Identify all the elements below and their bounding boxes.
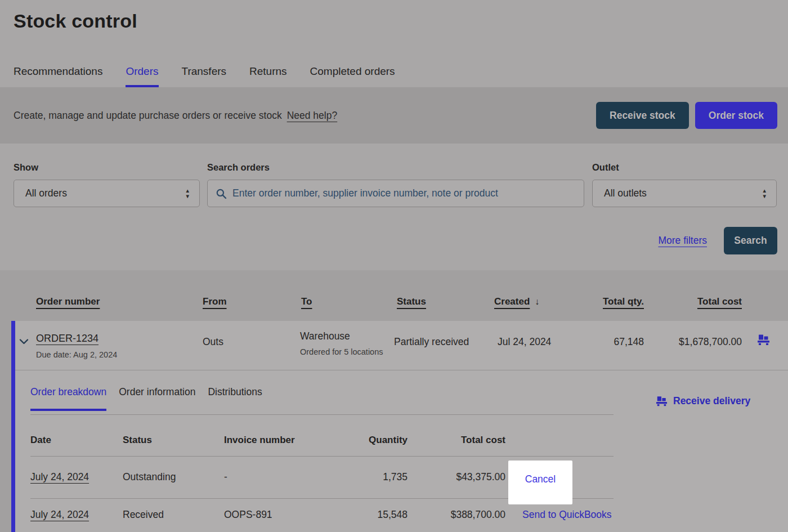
bd-header-status: Status [123, 435, 152, 446]
show-select-value: All orders [25, 187, 67, 199]
pallet-icon[interactable] [757, 334, 770, 346]
header-created[interactable]: Created↓ [494, 296, 539, 307]
chevron-down-icon[interactable] [19, 338, 29, 345]
main-tab-bar: Recommendations Orders Transfers Returns… [14, 65, 395, 87]
banner-text: Create, manage and update purchase order… [14, 110, 337, 122]
tab-completed-orders[interactable]: Completed orders [310, 65, 395, 87]
page-title: Stock control [14, 10, 137, 32]
tab-recommendations[interactable]: Recommendations [14, 65, 102, 87]
filters-section: Show Search orders Outlet All orders ▲▼ … [0, 144, 788, 270]
bd-header-date: Date [30, 435, 51, 446]
receive-delivery-label: Receive delivery [673, 395, 750, 407]
banner-description: Create, manage and update purchase order… [14, 110, 282, 122]
orders-table-section: Order number From To Status Created↓ Tot… [0, 270, 788, 532]
breakdown-table: Date Status Invoice number Quantity Tota… [30, 424, 614, 531]
filters-actions: More filters Search [658, 227, 777, 254]
outlet-select-value: All outlets [604, 187, 647, 199]
bd-row1-status: Outstanding [123, 471, 176, 483]
bd-row1-quantity: 1,735 [284, 471, 408, 483]
select-arrows-icon: ▲▼ [762, 188, 767, 199]
order-row[interactable]: ORDER-1234 Due date: Aug 2, 2024 Outs Wa… [15, 321, 788, 370]
header-status[interactable]: Status [397, 296, 426, 307]
breakdown-table-header: Date Status Invoice number Quantity Tota… [30, 424, 614, 456]
search-button[interactable]: Search [724, 227, 777, 254]
order-to-note: Ordered for 5 locations [300, 347, 383, 356]
detail-tab-bar: Order breakdown Order information Distri… [30, 386, 262, 411]
order-created: Jul 24, 2024 [498, 336, 551, 348]
order-from: Outs [203, 336, 223, 348]
detail-tabs-divider [30, 414, 614, 415]
cancel-order-link[interactable]: Cancel [525, 473, 556, 485]
bd-row2-status: Received [123, 509, 164, 521]
search-orders-box [207, 180, 584, 207]
bd-header-total-cost: Total cost [419, 435, 505, 446]
tab-distributions[interactable]: Distributions [208, 386, 262, 411]
order-due-date: Due date: Aug 2, 2024 [36, 350, 117, 359]
order-status: Partially received [394, 336, 469, 348]
bd-row2-date-link[interactable]: July 24, 2024 [30, 509, 89, 521]
header-to[interactable]: To [301, 296, 312, 307]
order-stock-button[interactable]: Order stock [695, 102, 777, 129]
header-total-qty[interactable]: Total qty. [563, 296, 644, 307]
show-select[interactable]: All orders ▲▼ [14, 180, 200, 207]
bd-row2-total-cost: $388,700.00 [419, 509, 505, 521]
spotlight-highlight: Cancel [508, 461, 572, 504]
tab-returns[interactable]: Returns [249, 65, 287, 87]
bd-row1-invoice: - [224, 471, 227, 483]
page-header: Stock control Recommendations Orders Tra… [0, 0, 788, 87]
pallet-icon [656, 396, 668, 407]
search-orders-input[interactable] [232, 187, 576, 199]
bd-row1-date-link[interactable]: July 24, 2024 [30, 471, 89, 483]
order-number-link[interactable]: ORDER-1234 [36, 333, 98, 345]
more-filters-link[interactable]: More filters [658, 235, 707, 247]
show-label: Show [14, 162, 38, 173]
search-icon [216, 188, 227, 199]
order-total-cost: $1,678,700.00 [642, 336, 742, 348]
send-to-quickbooks-link[interactable]: Send to QuickBooks [522, 509, 612, 521]
header-from[interactable]: From [203, 296, 227, 307]
search-orders-label: Search orders [207, 162, 270, 173]
header-total-cost[interactable]: Total cost [659, 296, 742, 307]
need-help-link[interactable]: Need help? [287, 110, 338, 122]
bd-row2-invoice: OOPS-891 [224, 509, 272, 521]
order-to: Warehouse [300, 330, 350, 342]
sort-desc-icon: ↓ [535, 297, 539, 307]
tab-orders[interactable]: Orders [126, 65, 158, 87]
orders-table-header: Order number From To Status Created↓ Tot… [0, 270, 788, 321]
receive-stock-button[interactable]: Receive stock [596, 102, 689, 129]
banner-buttons: Receive stock Order stock [596, 102, 777, 129]
select-arrows-icon: ▲▼ [185, 188, 190, 199]
order-detail-panel: Order breakdown Order information Distri… [15, 370, 788, 531]
tab-order-breakdown[interactable]: Order breakdown [30, 386, 106, 411]
expanded-order-panel: ORDER-1234 Due date: Aug 2, 2024 Outs Wa… [11, 321, 788, 532]
bd-row2-quantity: 15,548 [284, 509, 408, 521]
tab-order-information[interactable]: Order information [119, 386, 195, 411]
table-divider [30, 456, 614, 457]
order-total-qty: 67,148 [546, 336, 644, 348]
filter-row: All orders ▲▼ All outlets ▲▼ [14, 180, 777, 207]
bd-header-quantity: Quantity [284, 435, 408, 446]
outlet-label: Outlet [592, 162, 619, 173]
tab-transfers[interactable]: Transfers [182, 65, 227, 87]
info-banner: Create, manage and update purchase order… [0, 87, 788, 144]
header-order-number[interactable]: Order number [36, 296, 100, 307]
bd-row1-total-cost: $43,375.00 [419, 471, 505, 483]
receive-delivery-link[interactable]: Receive delivery [656, 395, 750, 407]
outlet-select[interactable]: All outlets ▲▼ [592, 180, 777, 207]
